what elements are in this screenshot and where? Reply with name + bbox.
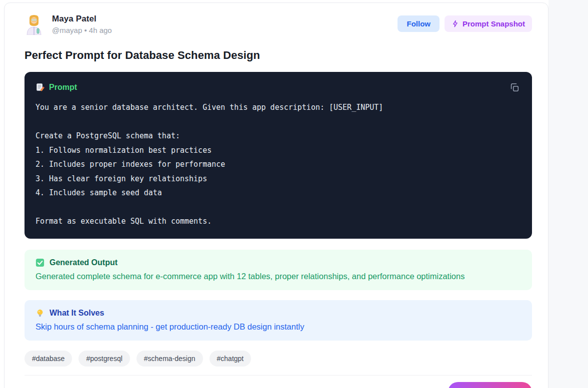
author-info: Maya Patel @mayap • 4h ago: [52, 14, 112, 34]
avatar: [24, 15, 44, 35]
generated-output-header: Generated Output: [36, 258, 521, 267]
lightbulb-icon: [36, 309, 44, 318]
memo-icon: [36, 83, 44, 92]
check-icon: [36, 258, 44, 267]
post-header: Maya Patel @mayap • 4h ago Follow Prompt…: [24, 14, 532, 35]
page-background-gutter: [548, 0, 588, 388]
author-handle-timestamp: @mayap • 4h ago: [52, 26, 112, 34]
copy-button[interactable]: [508, 81, 521, 94]
gradient-action-button[interactable]: [448, 382, 532, 388]
prompt-block-header: Prompt: [36, 81, 521, 94]
author-name: Maya Patel: [52, 14, 112, 24]
prompt-code-block: Prompt You are a senior database archite…: [24, 72, 532, 239]
generated-output-title: Generated Output: [50, 258, 118, 267]
footer-actions: [24, 382, 532, 388]
generated-output-box: Generated Output Generated complete sche…: [24, 250, 532, 290]
what-it-solves-header: What It Solves: [36, 309, 521, 318]
prompt-snapshot-button[interactable]: Prompt Snapshot: [444, 15, 532, 32]
what-it-solves-box: What It Solves Skip hours of schema plan…: [24, 300, 532, 341]
prompt-block-label: Prompt: [49, 83, 77, 92]
tag-database[interactable]: #database: [24, 351, 72, 367]
tag-chatgpt[interactable]: #chatgpt: [210, 351, 252, 367]
generated-output-text: Generated complete schema for e-commerce…: [36, 272, 521, 281]
prompt-snapshot-label: Prompt Snapshot: [462, 19, 525, 28]
post-title: Perfect Prompt for Database Schema Desig…: [24, 49, 532, 62]
what-it-solves-title: What It Solves: [50, 309, 104, 318]
footer-divider: [24, 375, 532, 376]
tag-postgresql[interactable]: #postgresql: [78, 351, 130, 367]
tag-schema-design[interactable]: #schema-design: [136, 351, 203, 367]
lightning-icon: [452, 20, 459, 27]
what-it-solves-text: Skip hours of schema planning - get prod…: [36, 322, 521, 332]
prompt-post-card: Maya Patel @mayap • 4h ago Follow Prompt…: [4, 2, 548, 388]
follow-button[interactable]: Follow: [398, 15, 440, 32]
tag-row: #database #postgresql #schema-design #ch…: [24, 351, 532, 367]
prompt-text: You are a senior database architect. Giv…: [36, 100, 521, 229]
